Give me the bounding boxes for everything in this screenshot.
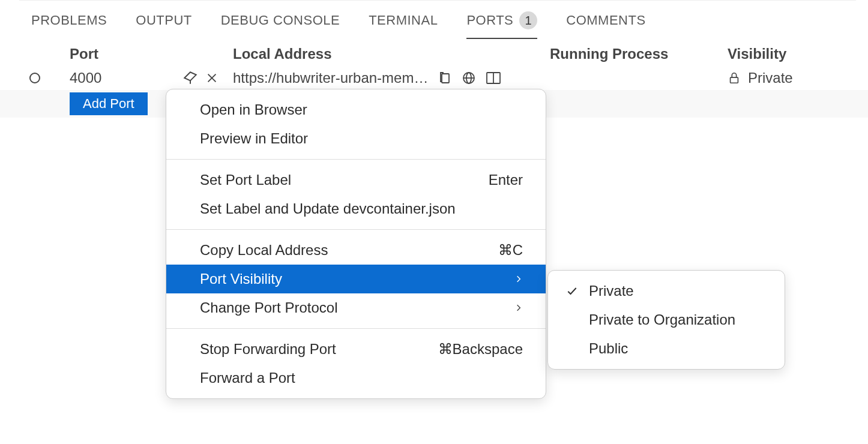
ports-count-badge: 1 [519, 11, 537, 29]
menu-label: Forward a Port [200, 370, 295, 386]
menu-preview-in-editor[interactable]: Preview in Editor [166, 124, 546, 153]
column-local-address: Local Address [233, 46, 550, 62]
menu-port-visibility[interactable]: Port Visibility [166, 265, 546, 293]
svg-rect-8 [731, 77, 738, 83]
menu-shortcut: ⌘C [498, 242, 523, 259]
visibility-value: Private [748, 70, 793, 86]
submenu-public[interactable]: Public [548, 334, 785, 363]
add-port-button[interactable]: Add Port [70, 92, 148, 115]
add-port-label: Add Port [83, 96, 134, 111]
submenu-label: Private to Organization [589, 311, 735, 328]
close-icon[interactable] [205, 70, 219, 86]
menu-label: Set Label and Update devcontainer.json [200, 200, 456, 217]
svg-rect-2 [442, 74, 449, 83]
chevron-right-icon [514, 302, 523, 314]
tab-label: COMMENTS [566, 13, 645, 28]
menu-shortcut: Enter [489, 172, 523, 188]
menu-label: Stop Forwarding Port [200, 341, 336, 358]
menu-label: Open in Browser [200, 101, 307, 118]
tab-output[interactable]: OUTPUT [136, 7, 191, 38]
tab-ports[interactable]: PORTS 1 [466, 5, 537, 39]
tab-terminal[interactable]: TERMINAL [369, 7, 438, 38]
menu-set-label-devcontainer[interactable]: Set Label and Update devcontainer.json [166, 194, 546, 223]
port-number: 4000 [70, 70, 101, 86]
tab-problems[interactable]: PROBLEMS [31, 7, 107, 38]
menu-label: Port Visibility [200, 271, 282, 287]
check-icon [565, 285, 579, 297]
menu-label: Change Port Protocol [200, 299, 337, 316]
menu-forward-a-port[interactable]: Forward a Port [166, 364, 546, 392]
panel-tabs: PROBLEMS OUTPUT DEBUG CONSOLE TERMINAL P… [0, 1, 868, 40]
menu-open-in-browser[interactable]: Open in Browser [166, 95, 546, 124]
split-preview-icon[interactable] [486, 71, 501, 85]
menu-shortcut: ⌘Backspace [438, 341, 523, 358]
port-context-menu: Open in Browser Preview in Editor Set Po… [166, 89, 546, 399]
lock-icon [728, 71, 741, 85]
column-port: Port [70, 46, 233, 62]
tab-label: PROBLEMS [31, 13, 107, 28]
menu-copy-local-address[interactable]: Copy Local Address ⌘C [166, 236, 546, 265]
port-visibility-submenu: Private Private to Organization Public [547, 270, 785, 370]
column-running-process: Running Process [550, 46, 728, 62]
submenu-label: Public [589, 340, 628, 357]
port-status-icon [29, 73, 40, 83]
menu-stop-forwarding[interactable]: Stop Forwarding Port ⌘Backspace [166, 335, 546, 364]
menu-label: Copy Local Address [200, 242, 328, 259]
menu-label: Preview in Editor [200, 130, 308, 147]
menu-change-port-protocol[interactable]: Change Port Protocol [166, 293, 546, 322]
label-icon[interactable] [182, 70, 198, 86]
menu-label: Set Port Label [200, 172, 291, 188]
ports-table-header: Port Local Address Running Process Visib… [0, 40, 868, 66]
tab-label: TERMINAL [369, 13, 438, 28]
menu-set-port-label[interactable]: Set Port Label Enter [166, 166, 546, 194]
submenu-private-org[interactable]: Private to Organization [548, 305, 785, 334]
column-visibility: Visibility [728, 46, 868, 62]
local-address-text: https://hubwriter-urban-mem… [233, 70, 428, 86]
tab-debug-console[interactable]: DEBUG CONSOLE [221, 7, 340, 38]
tab-label: PORTS [466, 13, 513, 28]
chevron-right-icon [514, 273, 523, 285]
submenu-label: Private [589, 283, 634, 299]
tab-label: DEBUG CONSOLE [221, 13, 340, 28]
tab-comments[interactable]: COMMENTS [566, 7, 645, 38]
copy-icon[interactable] [438, 71, 452, 85]
submenu-private[interactable]: Private [548, 277, 785, 305]
globe-icon[interactable] [462, 71, 476, 85]
port-row[interactable]: 4000 https://hubwriter-urban-mem… [0, 66, 868, 90]
tab-label: OUTPUT [136, 13, 191, 28]
